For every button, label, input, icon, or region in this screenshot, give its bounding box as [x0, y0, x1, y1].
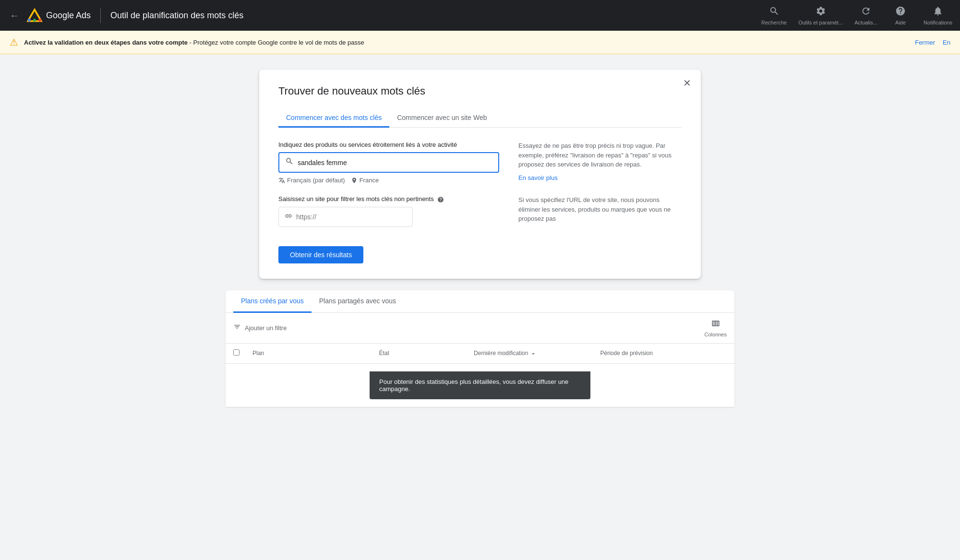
page-title: Outil de planification des mots clés [110, 11, 756, 21]
columns-icon [711, 319, 720, 331]
th-periode: Période de prévision [600, 350, 727, 357]
nav-actualis[interactable]: Actualis... [854, 6, 877, 25]
tab-site-web[interactable]: Commencer avec un site Web [389, 109, 494, 128]
app-brand-label: Google Ads [46, 11, 91, 21]
modal-tabs: Commencer avec des mots clés Commencer a… [278, 109, 682, 128]
nav-actualis-label: Actualis... [854, 20, 877, 25]
table-header: Plan État Dernière modification Période … [226, 344, 734, 364]
tab-plans-shared[interactable]: Plans partagés avec vous [312, 290, 404, 313]
refresh-icon [861, 6, 871, 19]
url-input-wrapper [278, 207, 413, 227]
svg-point-3 [38, 19, 41, 22]
columns-button[interactable]: Colonnes [705, 319, 727, 337]
table-toolbar: Ajouter un filtre Colonnes [226, 313, 734, 344]
nav-outils-label: Outils et paramèt... [798, 20, 843, 25]
filter-area[interactable]: Ajouter un filtre [233, 323, 287, 333]
help-icon [895, 6, 906, 19]
banner-actions: Fermer En [915, 39, 950, 46]
tooltip-bar: Pour obtenir des statistiques plus détai… [370, 371, 590, 399]
banner-en-button[interactable]: En [943, 39, 950, 46]
nav-recherche-label: Recherche [761, 20, 787, 25]
google-ads-logo-icon [27, 8, 42, 23]
keywords-input[interactable] [298, 159, 492, 167]
nav-divider [100, 8, 101, 23]
nav-outils[interactable]: Outils et paramèt... [798, 6, 843, 25]
top-navigation: ← Google Ads Outil de planification des … [0, 0, 960, 31]
filter-icon [233, 323, 241, 333]
search-icon [285, 157, 294, 168]
sort-desc-icon [530, 349, 537, 357]
svg-point-2 [28, 19, 31, 22]
url-form-left: Saisissez un site pour filtrer les mots … [278, 195, 499, 227]
url-help-right: Si vous spécifiez l'URL de votre site, n… [518, 195, 682, 227]
url-input[interactable] [296, 213, 407, 221]
url-label: Saisissez un site pour filtrer les mots … [278, 195, 499, 203]
submit-button[interactable]: Obtenir des résultats [278, 246, 363, 263]
nav-aide-label: Aide [895, 20, 906, 25]
columns-label: Colonnes [705, 332, 727, 337]
th-checkbox [233, 349, 252, 357]
search-icon [769, 6, 780, 19]
tooltip-container: Pour obtenir des statistiques plus détai… [226, 364, 734, 407]
url-form-row: Saisissez un site pour filtrer les mots … [278, 195, 682, 227]
main-content: ✕ Trouver de nouveaux mots clés Commence… [0, 54, 960, 560]
th-plan: Plan [252, 350, 379, 357]
th-etat: État [379, 350, 474, 357]
nav-notifications-label: Notifications [924, 20, 952, 25]
banner-text: Activez la validation en deux étapes dan… [24, 39, 909, 46]
settings-icon [816, 6, 826, 19]
nav-notifications[interactable]: Notifications [924, 6, 952, 25]
url-help-icon[interactable] [437, 195, 444, 203]
filter-label: Ajouter un filtre [245, 324, 287, 332]
keyword-planner-modal: ✕ Trouver de nouveaux mots clés Commence… [259, 70, 701, 279]
bell-icon [933, 6, 943, 19]
keywords-form-left: Indiquez des produits ou services étroit… [278, 141, 499, 184]
nav-recherche[interactable]: Recherche [761, 6, 787, 25]
select-all-checkbox[interactable] [233, 349, 240, 356]
nav-actions: Recherche Outils et paramèt... Actualis.… [761, 6, 952, 25]
plans-section: Plans créés par vous Plans partagés avec… [226, 290, 734, 407]
keywords-help-text: Essayez de ne pas être trop précis ni tr… [518, 141, 682, 169]
learn-more-link[interactable]: En savoir plus [518, 174, 558, 181]
plans-tabs: Plans créés par vous Plans partagés avec… [226, 290, 734, 313]
security-banner: ⚠ Activez la validation en deux étapes d… [0, 31, 960, 54]
tab-plans-created[interactable]: Plans créés par vous [233, 290, 312, 313]
app-logo: Google Ads [27, 8, 91, 23]
th-modif[interactable]: Dernière modification [474, 349, 600, 357]
keywords-label: Indiquez des produits ou services étroit… [278, 141, 499, 148]
link-icon [285, 212, 292, 222]
warning-icon: ⚠ [10, 36, 18, 48]
url-help-text: Si vous spécifiez l'URL de votre site, n… [518, 195, 682, 224]
banner-close-button[interactable]: Fermer [915, 39, 935, 46]
svg-point-1 [33, 19, 36, 22]
keywords-input-wrapper [278, 152, 499, 173]
keywords-help-right: Essayez de ne pas être trop précis ni tr… [518, 141, 682, 184]
tab-mots-cles[interactable]: Commencer avec des mots clés [278, 109, 389, 128]
modal-close-button[interactable]: ✕ [683, 77, 691, 89]
nav-aide[interactable]: Aide [889, 6, 912, 25]
keywords-form-row: Indiquez des produits ou services étroit… [278, 141, 682, 184]
location-meta: France [351, 177, 379, 184]
back-button[interactable]: ← [8, 8, 21, 23]
keywords-meta: Français (par défaut) France [278, 177, 499, 184]
language-meta: Français (par défaut) [278, 177, 345, 184]
modal-title: Trouver de nouveaux mots clés [278, 85, 682, 97]
